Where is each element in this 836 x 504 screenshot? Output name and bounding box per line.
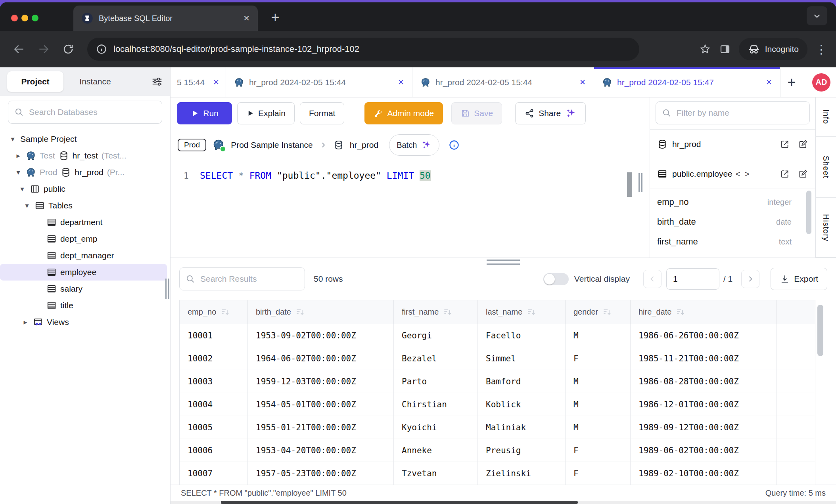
tree-item-salary[interactable]: salary [0, 281, 167, 297]
table-cell[interactable]: Bamford [478, 370, 566, 393]
tab-instance[interactable]: Instance [63, 71, 127, 92]
table-cell[interactable]: 1985-11-21T00:00:00Z [631, 347, 777, 370]
forward-button[interactable] [33, 39, 54, 59]
tree-item-hr-test[interactable]: ▸Testhr_test(Test... [0, 147, 167, 164]
table-cell[interactable]: 10004 [180, 393, 248, 416]
batch-button[interactable]: Batch [389, 134, 439, 156]
table-cell[interactable]: 1964-06-02T00:00:00Z [248, 347, 394, 370]
info-circle-icon[interactable] [449, 139, 460, 151]
caret-down-icon[interactable]: ▾ [23, 201, 31, 210]
sql-editor[interactable]: 1 SELECT * FROM "public"."employee" LIMI… [171, 161, 650, 258]
schema-database-row[interactable]: hr_prod [650, 129, 815, 159]
edit-icon[interactable] [798, 139, 808, 149]
minimize-window-button[interactable] [21, 15, 28, 21]
table-cell[interactable]: 1989-06-02T00:00:00Z [631, 439, 777, 462]
caret-down-icon[interactable]: ▾ [9, 135, 17, 143]
open-external-icon[interactable] [780, 139, 790, 149]
tree-item-department[interactable]: department [0, 214, 167, 231]
database-name[interactable]: hr_prod [350, 140, 378, 150]
table-cell[interactable]: 1986-08-28T00:00:00Z [631, 370, 777, 393]
close-tab-icon[interactable]: ✕ [766, 78, 772, 87]
filter-sliders-icon[interactable] [151, 76, 163, 88]
save-button[interactable]: Save [451, 102, 502, 124]
side-tab-history[interactable]: History [816, 198, 836, 258]
view-code-icon[interactable]: < > [736, 170, 751, 179]
next-page-button[interactable] [741, 270, 759, 288]
column-header-hire_date[interactable]: hire_date [631, 300, 777, 324]
table-cell[interactable]: Chirstian [394, 393, 478, 416]
table-cell[interactable]: 1959-12-03T00:00:00Z [248, 370, 394, 393]
table-row[interactable]: 100061953-04-20T00:00:00ZAnnekePreusigF1… [180, 439, 815, 462]
results-search[interactable] [179, 267, 305, 290]
table-row[interactable]: 100071957-05-23T00:00:00ZTzvetanZielinsk… [180, 462, 815, 485]
table-cell[interactable]: 10006 [180, 439, 248, 462]
search-results-input[interactable] [199, 274, 299, 284]
table-cell[interactable]: M [566, 324, 631, 347]
table-cell[interactable]: Koblick [478, 393, 566, 416]
side-tab-info[interactable]: Info [816, 97, 836, 137]
table-cell[interactable]: 1955-01-21T00:00:00Z [248, 416, 394, 439]
database-search[interactable] [8, 101, 162, 124]
ai-sparkle-icon[interactable] [565, 107, 577, 119]
caret-right-icon[interactable]: ▸ [14, 151, 22, 160]
tree-item-dept-emp[interactable]: dept_emp [0, 231, 167, 247]
maximize-window-button[interactable] [32, 15, 38, 21]
tree-item-tables[interactable]: ▾Tables [0, 197, 167, 214]
share-button[interactable]: Share [515, 102, 586, 124]
tree-item-views[interactable]: ▸Views [0, 314, 167, 330]
table-cell[interactable]: 1986-12-01T00:00:00Z [631, 393, 777, 416]
run-button[interactable]: Run [177, 102, 232, 124]
table-row[interactable]: 100051955-01-21T00:00:00ZKyoichiMaliniak… [180, 416, 815, 439]
caret-right-icon[interactable]: ▸ [21, 318, 29, 326]
column-row[interactable]: emp_nointeger [650, 192, 815, 212]
caret-down-icon[interactable]: ▾ [14, 168, 22, 177]
tab-project[interactable]: Project [7, 71, 63, 92]
vertical-display-toggle[interactable] [543, 273, 569, 285]
editor-tab[interactable]: hr_prod 2024-02-05 15:44✕ [226, 67, 412, 97]
caret-down-icon[interactable]: ▾ [18, 185, 26, 193]
results-drag-handle[interactable] [487, 260, 520, 265]
results-horizontal-scrollbar[interactable] [171, 501, 836, 504]
table-cell[interactable]: Bezalel [394, 347, 478, 370]
table-cell[interactable]: 10005 [180, 416, 248, 439]
table-cell[interactable]: F [566, 347, 631, 370]
table-cell[interactable]: M [566, 370, 631, 393]
side-tab-sheet[interactable]: Sheet [816, 137, 836, 198]
editor-tab[interactable]: 5 15:44✕ [171, 67, 226, 97]
prev-page-button[interactable] [643, 270, 662, 288]
table-cell[interactable]: 1954-05-01T00:00:00Z [248, 393, 394, 416]
close-browser-tab-icon[interactable]: ✕ [243, 13, 250, 23]
bookmark-star-icon[interactable] [699, 43, 711, 55]
results-vertical-scrollbar[interactable] [817, 305, 823, 356]
schema-filter[interactable] [656, 101, 810, 124]
side-panel-icon[interactable] [719, 43, 731, 55]
table-row[interactable]: 100011953-09-02T00:00:00ZGeorgiFacelloM1… [180, 324, 815, 347]
tree-item-schema-public[interactable]: ▾public [0, 181, 167, 197]
column-row[interactable]: birth_datedate [650, 212, 815, 232]
table-cell[interactable]: 1957-05-23T00:00:00Z [248, 462, 394, 485]
table-cell[interactable]: Facello [478, 324, 566, 347]
table-cell[interactable]: F [566, 462, 631, 485]
table-cell[interactable]: 1953-09-02T00:00:00Z [248, 324, 394, 347]
column-header-last_name[interactable]: last_name [478, 300, 566, 324]
editor-scrollbar[interactable] [627, 172, 632, 197]
column-row[interactable]: first_nametext [650, 232, 815, 252]
admin-mode-button[interactable]: Admin mode [364, 102, 443, 124]
reload-button[interactable] [58, 39, 79, 59]
close-window-button[interactable] [11, 15, 18, 21]
search-databases-input[interactable] [28, 107, 156, 117]
schema-table-row[interactable]: public.employee < > [650, 159, 815, 189]
tree-item-dept-manager[interactable]: dept_manager [0, 247, 167, 264]
export-button[interactable]: Export [771, 268, 827, 290]
table-cell[interactable]: Georgi [394, 324, 478, 347]
table-cell[interactable]: F [566, 439, 631, 462]
table-row[interactable]: 100031959-12-03T00:00:00ZPartoBamfordM19… [180, 370, 815, 393]
open-external-icon[interactable] [780, 169, 790, 179]
table-cell[interactable]: 10003 [180, 370, 248, 393]
filter-by-name-input[interactable] [676, 108, 804, 118]
browser-menu-button[interactable]: ⋮ [815, 42, 827, 56]
table-cell[interactable]: 1953-04-20T00:00:00Z [248, 439, 394, 462]
table-cell[interactable]: 1989-09-12T00:00:00Z [631, 416, 777, 439]
tab-search-button[interactable] [807, 6, 827, 25]
tree-item-employee[interactable]: employee [0, 264, 167, 281]
